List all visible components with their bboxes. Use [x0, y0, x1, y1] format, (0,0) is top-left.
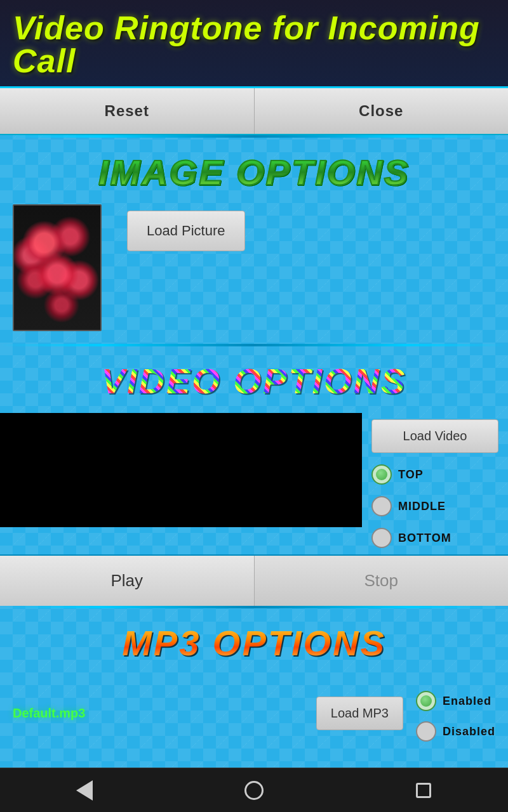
radio-middle-circle[interactable] — [371, 496, 392, 516]
image-options-heading: IMAGE OPTIONS — [0, 138, 508, 204]
nav-home-button[interactable] — [238, 775, 270, 806]
stop-button[interactable]: Stop — [255, 556, 509, 606]
radio-top-circle[interactable] — [371, 464, 392, 485]
video-controls-row: Load Video TOP MIDDLE BOTTOM — [0, 413, 508, 554]
position-radio-group: TOP MIDDLE BOTTOM — [371, 464, 498, 548]
close-button[interactable]: Close — [255, 88, 509, 134]
mp3-options-heading: MP3 OPTIONS — [0, 608, 508, 675]
mp3-radio-group: Enabled Disabled — [416, 691, 495, 742]
radio-bottom-circle[interactable] — [371, 528, 392, 548]
mp3-filename: Default.mp3 — [13, 706, 304, 721]
radio-enabled-label: Enabled — [443, 695, 491, 708]
load-picture-button[interactable]: Load Picture — [127, 211, 245, 251]
video-options-title: VIDEO OPTIONS — [102, 360, 407, 402]
radio-disabled[interactable]: Disabled — [416, 721, 495, 742]
app-title: Video Ringtone for Incoming Call — [13, 11, 495, 77]
play-button[interactable]: Play — [0, 556, 255, 606]
image-section: Load Picture — [0, 204, 508, 344]
radio-bottom-label: BOTTOM — [398, 532, 451, 545]
radio-disabled-circle[interactable] — [416, 721, 436, 742]
radio-middle[interactable]: MIDDLE — [371, 496, 498, 516]
mp3-options-title: MP3 OPTIONS — [122, 622, 386, 664]
mp3-section: Default.mp3 Load MP3 Enabled Disabled — [0, 675, 508, 754]
loaded-image — [13, 204, 102, 331]
top-buttons-row: Reset Close — [0, 88, 508, 135]
video-right-panel: Load Video TOP MIDDLE BOTTOM — [362, 413, 508, 554]
nav-back-button[interactable] — [69, 775, 100, 806]
radio-bottom[interactable]: BOTTOM — [371, 528, 498, 548]
radio-top[interactable]: TOP — [371, 464, 498, 485]
video-player — [0, 413, 362, 527]
mp3-row: Default.mp3 Load MP3 Enabled Disabled — [13, 684, 495, 742]
reset-button[interactable]: Reset — [0, 88, 255, 134]
load-mp3-button[interactable]: Load MP3 — [316, 697, 403, 730]
recents-icon — [416, 783, 431, 798]
radio-enabled[interactable]: Enabled — [416, 691, 495, 711]
load-video-button[interactable]: Load Video — [371, 419, 498, 453]
radio-enabled-circle[interactable] — [416, 691, 436, 711]
radio-middle-label: MIDDLE — [398, 500, 446, 513]
back-icon — [76, 780, 93, 801]
radio-top-label: TOP — [398, 468, 424, 481]
home-icon — [244, 781, 264, 800]
video-section: Load Video TOP MIDDLE BOTTOM — [0, 413, 508, 554]
radio-disabled-label: Disabled — [443, 725, 495, 738]
image-options-title: IMAGE OPTIONS — [98, 152, 410, 193]
video-options-heading: VIDEO OPTIONS — [0, 346, 508, 413]
header: Video Ringtone for Incoming Call — [0, 0, 508, 88]
nav-bar — [0, 768, 508, 812]
nav-recents-button[interactable] — [408, 775, 439, 806]
play-stop-row: Play Stop — [0, 554, 508, 606]
